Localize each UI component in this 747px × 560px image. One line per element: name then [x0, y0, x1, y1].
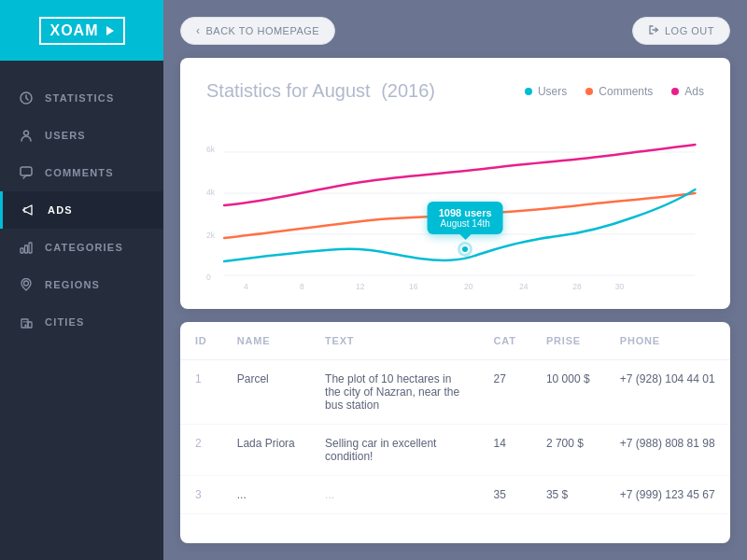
- svg-rect-7: [29, 243, 32, 253]
- legend-users-dot: [525, 88, 532, 95]
- svg-rect-6: [25, 245, 28, 253]
- sidebar: XOAM Statistics Users: [0, 0, 163, 560]
- logo-text: XOAM: [50, 22, 99, 39]
- svg-rect-10: [28, 322, 32, 328]
- sidebar-item-cities-label: Cities: [45, 316, 85, 328]
- sidebar-item-regions[interactable]: Regions: [0, 266, 163, 303]
- sidebar-item-regions-label: Regions: [45, 279, 100, 290]
- svg-rect-5: [21, 248, 23, 253]
- chart-legend: Users Comments Ads: [525, 85, 704, 98]
- cell-phone-3: +7 (999) 123 45 67: [605, 476, 730, 514]
- svg-text:0: 0: [206, 273, 211, 282]
- building-icon: [19, 315, 34, 329]
- tooltip-dot: [460, 245, 470, 254]
- sidebar-item-comments-label: Comments: [45, 167, 114, 178]
- sidebar-nav: Statistics Users Comments: [0, 61, 163, 560]
- svg-text:4: 4: [244, 282, 248, 291]
- cell-id-1: 1: [180, 360, 222, 425]
- sidebar-item-ads-label: Ads: [48, 204, 73, 216]
- logout-label: LOG OUT: [665, 25, 714, 36]
- svg-text:24: 24: [519, 282, 529, 291]
- logout-icon: [648, 24, 659, 37]
- svg-rect-12: [26, 321, 28, 323]
- col-name: NAME: [222, 322, 310, 360]
- cell-text-3: ...: [310, 476, 479, 514]
- cell-id-3: 3: [180, 476, 222, 514]
- chart-card: Statistics for August (2016) Users Comme…: [180, 58, 730, 309]
- svg-point-1: [24, 131, 29, 135]
- svg-rect-11: [23, 321, 25, 323]
- legend-ads-dot: [671, 88, 679, 95]
- sidebar-item-users[interactable]: Users: [0, 117, 163, 154]
- logo-arrow-icon: [106, 26, 114, 35]
- chart-area: 0 2k 4k 6k 4 8 12 16 20 24 28 30: [206, 117, 704, 294]
- cell-price-2: 2 700 $: [531, 425, 605, 476]
- logo-area: XOAM: [0, 0, 163, 61]
- legend-comments-label: Comments: [599, 85, 653, 98]
- svg-point-8: [24, 281, 29, 286]
- pin-icon: [19, 277, 34, 292]
- cell-id-2: 2: [180, 425, 222, 476]
- cell-cat-1: 27: [479, 360, 531, 425]
- main-content: ‹ BACK TO HOMEPAGE LOG OUT Statistics fo…: [163, 0, 747, 560]
- sidebar-item-cities[interactable]: Cities: [0, 303, 163, 341]
- sidebar-item-ads[interactable]: Ads: [0, 191, 163, 229]
- svg-text:6k: 6k: [206, 145, 216, 154]
- chart-tooltip: 1098 users August 14th: [428, 202, 503, 234]
- legend-comments-dot: [585, 88, 593, 95]
- svg-text:12: 12: [356, 282, 365, 291]
- svg-rect-2: [21, 167, 32, 175]
- cell-phone-1: +7 (928) 104 44 01: [605, 360, 730, 425]
- chart-title-text: Statistics for August: [206, 80, 371, 101]
- cell-phone-2: +7 (988) 808 81 98: [605, 425, 730, 476]
- legend-users: Users: [525, 85, 567, 98]
- svg-text:20: 20: [464, 282, 473, 291]
- legend-ads: Ads: [671, 85, 704, 98]
- tooltip-date: August 14th: [439, 218, 492, 229]
- svg-text:8: 8: [300, 282, 304, 291]
- col-id: ID: [180, 322, 222, 360]
- svg-text:2k: 2k: [206, 231, 216, 240]
- sidebar-item-users-label: Users: [45, 130, 86, 141]
- col-price: PRISE: [531, 322, 605, 360]
- chevron-left-icon: ‹: [196, 24, 201, 37]
- back-label: BACK TO HOMEPAGE: [206, 25, 320, 36]
- cell-price-1: 10 000 $: [531, 360, 605, 425]
- svg-text:30: 30: [615, 282, 625, 291]
- back-to-homepage-button[interactable]: ‹ BACK TO HOMEPAGE: [180, 17, 335, 45]
- cell-text-1: The plot of 10 hectares in the city of N…: [310, 360, 479, 425]
- sidebar-item-comments[interactable]: Comments: [0, 154, 163, 191]
- cell-name-3: ...: [222, 476, 310, 514]
- cell-cat-2: 14: [479, 425, 531, 476]
- svg-text:4k: 4k: [206, 188, 216, 197]
- chart-year: (2016): [381, 80, 435, 101]
- cell-cat-3: 35: [479, 476, 531, 514]
- sidebar-item-categories[interactable]: Categories: [0, 229, 163, 266]
- svg-rect-13: [25, 325, 27, 328]
- chart-title: Statistics for August (2016): [206, 80, 435, 102]
- person-icon: [19, 128, 34, 143]
- cell-name-2: Lada Priora: [222, 425, 310, 476]
- tooltip-value: 1098 users: [439, 207, 492, 218]
- table-row: 2 Lada Priora Selling car in excellent c…: [180, 425, 730, 476]
- cell-text-2: Selling car in excellent condition!: [310, 425, 479, 476]
- sidebar-item-categories-label: Categories: [45, 242, 123, 253]
- cell-name-1: Parcel: [222, 360, 310, 425]
- col-phone: PHONE: [605, 322, 730, 360]
- table-row: 3 ... ... 35 35 $ +7 (999) 123 45 67: [180, 476, 730, 514]
- svg-marker-3: [24, 205, 32, 215]
- col-cat: CAT: [479, 322, 531, 360]
- clock-icon: [19, 91, 34, 105]
- bar-chart-icon: [19, 240, 34, 255]
- legend-ads-label: Ads: [684, 85, 704, 98]
- legend-users-label: Users: [538, 85, 567, 98]
- sidebar-item-statistics[interactable]: Statistics: [0, 79, 163, 117]
- svg-text:28: 28: [572, 282, 582, 291]
- legend-comments: Comments: [585, 85, 653, 98]
- svg-text:16: 16: [409, 282, 418, 291]
- logo: XOAM: [39, 17, 125, 45]
- logout-button[interactable]: LOG OUT: [632, 17, 730, 45]
- table-card: ID NAME TEXT CAT PRISE PHONE 1 Parcel Th…: [180, 322, 730, 543]
- sidebar-item-statistics-label: Statistics: [45, 92, 115, 104]
- table-row: 1 Parcel The plot of 10 hectares in the …: [180, 360, 730, 425]
